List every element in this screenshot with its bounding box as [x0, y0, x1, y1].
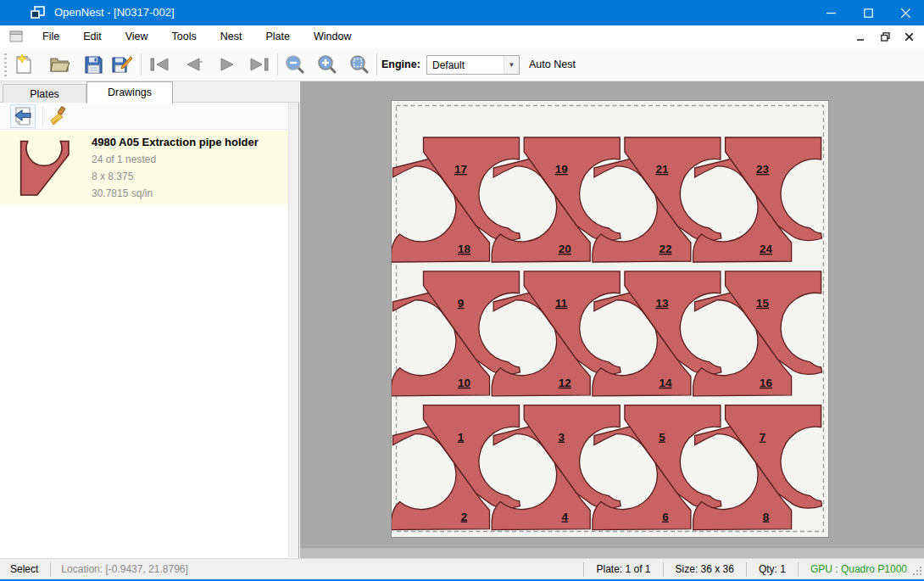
drawing-dimensions: 8 x 8.375: [92, 170, 133, 182]
drawing-list-item[interactable]: 4980 A05 Extraction pipe holder 24 of 1 …: [0, 131, 288, 204]
close-button[interactable]: [887, 0, 924, 25]
go-first-icon: [149, 58, 170, 71]
part-number-label: 23: [756, 163, 770, 176]
part-number-label: 15: [756, 297, 770, 310]
status-left: Select Location: [-0.9437, 21.8796]: [0, 559, 198, 579]
tab-plates[interactable]: Plates: [3, 84, 86, 103]
status-plate: Plate: 1 of 1: [584, 563, 662, 575]
drawing-nested-count: 24 of 1 nested: [92, 154, 156, 165]
status-size: Size: 36 x 36: [664, 563, 746, 575]
open-button[interactable]: [47, 53, 71, 76]
status-bar: Select Location: [-0.9437, 21.8796] Plat…: [0, 558, 924, 579]
menu-file[interactable]: File: [31, 25, 71, 48]
status-right: Plate: 1 of 1 Size: 36 x 36 Qty: 1 GPU :…: [583, 559, 924, 579]
mdi-document-icon[interactable]: [9, 31, 23, 42]
menu-edit[interactable]: Edit: [71, 25, 114, 48]
window-title: OpenNest - [N0317-002]: [54, 6, 175, 19]
menu-window[interactable]: Window: [302, 25, 363, 48]
mdi-close-icon[interactable]: [897, 28, 921, 46]
menu-tools[interactable]: Tools: [160, 25, 209, 48]
zoom-extents-button[interactable]: [348, 53, 371, 76]
drawings-toolbar: [0, 103, 298, 130]
part-number-label: 4: [561, 511, 568, 523]
engine-selected-value: Default: [432, 59, 465, 71]
clean-drawings-button[interactable]: [46, 104, 71, 128]
zoom-out-button[interactable]: [283, 53, 307, 76]
title-bar: OpenNest - [N0317-002]: [0, 0, 924, 25]
part-number-label: 21: [655, 163, 669, 176]
mdi-minimize-icon[interactable]: [849, 28, 873, 46]
part-number-label: 8: [763, 511, 770, 523]
save-icon: [84, 55, 103, 74]
status-location: Location: [-0.9437, 21.8796]: [51, 563, 198, 575]
part-number-label: 18: [458, 243, 471, 255]
part-number-label: 17: [454, 163, 467, 176]
part-number-label: 20: [559, 243, 571, 255]
part-number-label: 22: [659, 243, 671, 255]
part-thumbnail: [14, 136, 81, 198]
mdi-window-controls: [849, 28, 921, 46]
menu-plate[interactable]: Plate: [253, 25, 302, 48]
canvas-scrollbar[interactable]: [300, 547, 924, 558]
part-number-label: 14: [659, 377, 672, 389]
menu-view[interactable]: View: [114, 25, 160, 48]
new-document-icon: [14, 54, 33, 75]
go-next-button[interactable]: [215, 53, 239, 76]
status-gpu: GPU : Quadro P1000: [799, 563, 924, 575]
go-last-button[interactable]: [248, 53, 271, 76]
drawings-panel: 4980 A05 Extraction pipe holder 24 of 1 …: [0, 103, 299, 558]
go-first-button[interactable]: [148, 53, 171, 76]
part-number-label: 5: [659, 431, 665, 444]
part-number-label: 12: [559, 377, 571, 389]
part-number-label: 10: [458, 377, 470, 389]
maximize-button[interactable]: [849, 0, 887, 25]
panel-scrollbar[interactable]: [288, 103, 298, 557]
part-number-label: 11: [555, 297, 568, 310]
zoom-out-icon: [285, 54, 305, 75]
toolbar-separator: [141, 53, 142, 75]
go-next-icon: [218, 58, 237, 71]
save-as-button[interactable]: [110, 53, 134, 76]
drawing-area: 30.7815 sq/in: [92, 187, 153, 199]
save-as-icon: [112, 55, 132, 74]
engine-label: Engine:: [381, 59, 420, 70]
drawing-title: 4980 A05 Extraction pipe holder: [92, 136, 259, 148]
toolbar-separator: [277, 53, 278, 75]
broom-icon: [48, 106, 69, 126]
resize-grip-icon[interactable]: [912, 566, 922, 576]
plate-area[interactable]: 171819202122232491011121314151612345678: [391, 100, 829, 538]
minimize-button[interactable]: [812, 0, 849, 25]
part-number-label: 16: [760, 377, 773, 389]
toolbar-separator: [42, 106, 43, 126]
nest-canvas[interactable]: 171819202122232491011121314151612345678: [300, 81, 924, 558]
go-previous-button[interactable]: [181, 53, 205, 76]
status-mode: Select: [0, 563, 50, 575]
toolbar-grip[interactable]: [4, 53, 7, 76]
part-number-label: 2: [461, 511, 468, 523]
menu-bar: File Edit View Tools Nest Plate Window: [0, 25, 924, 48]
new-document-button[interactable]: [12, 53, 36, 76]
go-previous-icon: [184, 58, 203, 71]
go-last-icon: [249, 58, 270, 71]
chevron-down-icon[interactable]: ▼: [504, 56, 519, 74]
toolbar-separator: [376, 53, 377, 75]
tab-drawings[interactable]: Drawings: [86, 81, 173, 103]
import-drawing-icon: [13, 106, 33, 126]
part-number-label: 19: [555, 163, 568, 176]
part-number-label: 9: [458, 297, 465, 310]
menu-nest[interactable]: Nest: [209, 25, 254, 48]
part-number-label: 1: [458, 431, 465, 444]
left-panel-tabstrip: Plates Drawings: [0, 81, 299, 103]
import-drawing-button[interactable]: [10, 104, 36, 128]
zoom-in-button[interactable]: [315, 53, 339, 76]
zoom-in-icon: [317, 54, 337, 75]
save-button[interactable]: [81, 53, 105, 76]
zoom-extents-icon: [349, 54, 370, 75]
app-icon: [31, 6, 46, 20]
auto-nest-button[interactable]: Auto Nest: [529, 59, 576, 70]
part-number-label: 6: [662, 511, 669, 523]
engine-select[interactable]: Default ▼: [426, 55, 520, 75]
main-toolbar: Engine: Default ▼ Auto Nest: [0, 48, 924, 81]
status-qty: Qty: 1: [747, 563, 798, 575]
mdi-restore-icon[interactable]: [873, 28, 897, 46]
